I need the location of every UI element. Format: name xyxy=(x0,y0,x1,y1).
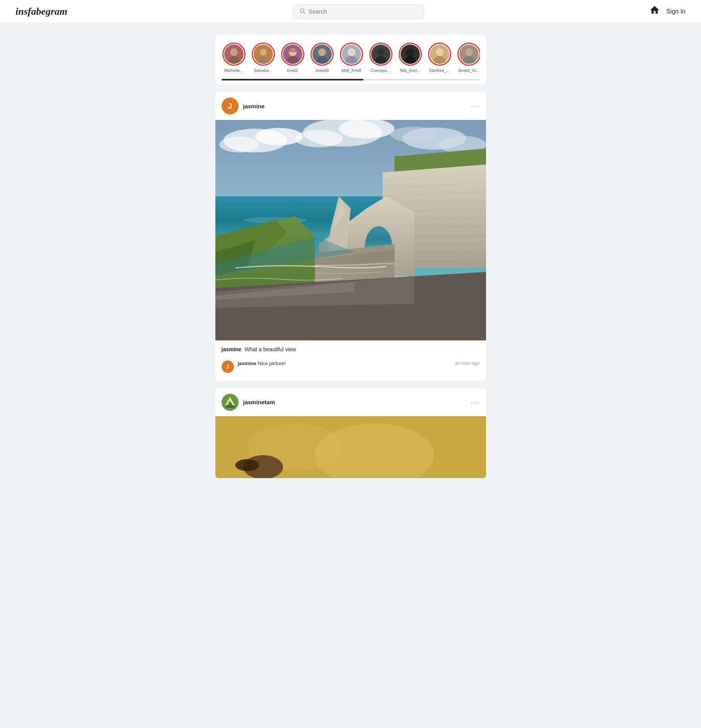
svg-point-22 xyxy=(463,56,475,64)
story-avatar-border xyxy=(457,43,480,66)
comment-row: jasmine Nice picture! an hour ago xyxy=(238,361,480,366)
comment-content: Nice picture! xyxy=(258,361,286,366)
comment-item: J jasmine Nice picture! an hour ago xyxy=(222,358,480,375)
stories-scroll: Michelle... Salvator... xyxy=(222,43,480,76)
post-header-left: J jasmine xyxy=(222,97,265,114)
svg-point-4 xyxy=(259,48,267,56)
story-avatar xyxy=(254,44,273,64)
header: insfabegram Sign In xyxy=(0,0,701,23)
post-username[interactable]: jasmine xyxy=(243,103,265,109)
svg-point-17 xyxy=(406,49,414,57)
svg-point-3 xyxy=(228,56,240,64)
post-more-button[interactable]: ··· xyxy=(471,102,480,111)
post-more-button-2[interactable]: ··· xyxy=(471,398,480,407)
story-avatar xyxy=(312,44,332,64)
svg-point-19 xyxy=(436,48,443,56)
svg-point-11 xyxy=(316,56,328,64)
story-item[interactable]: Sanford_... xyxy=(427,43,452,73)
story-item[interactable]: Idell_Kris8 xyxy=(339,43,364,73)
svg-rect-73 xyxy=(225,405,235,408)
comment-text: jasmine Nice picture! xyxy=(238,361,286,366)
story-username: Idell_Kris8 xyxy=(341,68,361,73)
svg-point-13 xyxy=(346,56,357,64)
stories-card: Michelle... Salvator... xyxy=(215,35,486,84)
story-username: Concepc... xyxy=(370,68,391,73)
app-logo[interactable]: insfabegram xyxy=(15,6,67,17)
caption-text: What a beautiful view xyxy=(245,346,296,352)
story-avatar-border xyxy=(252,43,275,66)
svg-point-34 xyxy=(295,130,343,147)
svg-rect-9 xyxy=(289,49,297,52)
post-header: J jasmine ··· xyxy=(215,92,486,120)
sign-in-link[interactable]: Sign In xyxy=(666,8,686,15)
story-username: Nils_Kerl... xyxy=(400,68,420,73)
story-item[interactable]: Enid2 xyxy=(280,43,305,73)
post-caption: jasmine What a beautiful view xyxy=(222,346,480,354)
story-avatar-border xyxy=(310,43,334,66)
post-image-2 xyxy=(215,416,486,478)
post-avatar-2 xyxy=(222,394,239,411)
story-avatar xyxy=(401,44,420,64)
post-card-2: jasminetam ··· xyxy=(215,388,486,478)
story-avatar-border xyxy=(399,43,422,66)
story-item[interactable]: Michelle... xyxy=(222,43,246,73)
svg-point-20 xyxy=(434,56,445,64)
svg-point-21 xyxy=(465,48,473,56)
post-card: J jasmine ··· xyxy=(215,92,486,381)
story-avatar-border xyxy=(428,43,451,66)
svg-point-79 xyxy=(235,459,259,471)
header-right: Sign In xyxy=(649,5,686,18)
svg-point-8 xyxy=(287,56,298,64)
story-avatar-border xyxy=(340,43,363,66)
story-avatar-border xyxy=(222,43,246,66)
post-username-2[interactable]: jasminetam xyxy=(243,399,275,405)
main-content: Michelle... Salvator... xyxy=(215,23,486,497)
story-avatar-border xyxy=(369,43,392,66)
svg-point-10 xyxy=(318,48,326,56)
story-avatar-border xyxy=(281,43,304,66)
search-icon xyxy=(299,8,305,15)
story-username: Salvator... xyxy=(254,68,273,73)
search-input[interactable] xyxy=(309,8,418,15)
story-username: Sanford_... xyxy=(429,68,450,73)
story-item[interactable]: Salvator... xyxy=(251,43,276,73)
story-avatar xyxy=(371,44,391,64)
svg-point-36 xyxy=(390,126,438,142)
comment-time: an hour ago xyxy=(455,361,479,366)
story-item[interactable]: Concepc... xyxy=(368,43,393,73)
home-icon[interactable] xyxy=(649,5,660,18)
commenter-username[interactable]: jasmine xyxy=(238,361,256,366)
svg-point-16 xyxy=(375,56,387,64)
story-avatar xyxy=(342,44,361,64)
story-avatar xyxy=(430,44,449,64)
story-username: Enid2 xyxy=(287,68,298,73)
post-header-2: jasminetam ··· xyxy=(215,388,486,416)
story-avatar xyxy=(459,44,479,64)
caption-username[interactable]: jasmine xyxy=(222,346,242,352)
story-username: Jerald_Gl... xyxy=(458,68,479,73)
post-header-left-2: jasminetam xyxy=(222,394,275,411)
svg-point-31 xyxy=(219,137,259,152)
svg-point-5 xyxy=(258,56,269,64)
story-avatar xyxy=(224,44,244,64)
svg-point-15 xyxy=(377,48,385,56)
post-avatar: J xyxy=(222,97,239,114)
story-username: Jose68 xyxy=(315,68,329,73)
search-bar xyxy=(293,4,424,19)
post-footer: jasmine What a beautiful view J jasmine … xyxy=(215,340,486,381)
svg-point-2 xyxy=(230,48,238,56)
story-avatar xyxy=(283,44,302,64)
svg-point-14 xyxy=(348,49,355,55)
story-item[interactable]: Jerald_Gl... xyxy=(457,43,480,73)
post-image xyxy=(215,120,486,340)
svg-point-18 xyxy=(405,56,416,64)
svg-line-1 xyxy=(304,12,305,14)
commenter-avatar: J xyxy=(222,361,234,373)
story-username: Michelle... xyxy=(224,68,244,73)
story-item[interactable]: Nils_Kerl... xyxy=(398,43,423,73)
story-item[interactable]: Jose68 xyxy=(310,43,334,73)
